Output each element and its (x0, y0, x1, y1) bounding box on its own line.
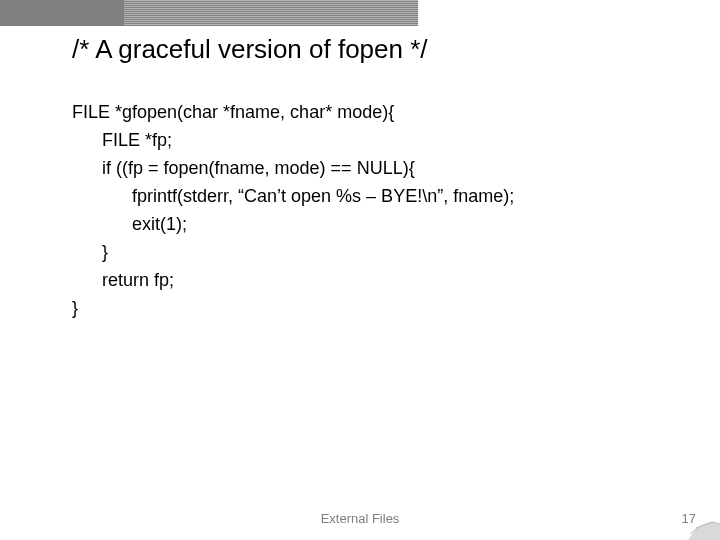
page-number: 17 (682, 511, 696, 526)
code-line: FILE *gfopen(char *fname, char* mode){ (72, 102, 394, 122)
bar-striped-segment (124, 0, 418, 26)
code-line: return fp; (72, 270, 174, 290)
code-line: exit(1); (72, 214, 187, 234)
bar-solid-segment (0, 0, 124, 26)
code-line: } (72, 242, 108, 262)
code-line: fprintf(stderr, “Can’t open %s – BYE!\n”… (72, 186, 514, 206)
slide: /* A graceful version of fopen */ FILE *… (0, 0, 720, 540)
code-block: FILE *gfopen(char *fname, char* mode){ F… (72, 98, 514, 322)
top-decoration-bar (0, 0, 720, 26)
slide-title: /* A graceful version of fopen */ (72, 34, 428, 65)
code-line: FILE *fp; (72, 130, 172, 150)
code-line: } (72, 298, 78, 318)
code-line: if ((fp = fopen(fname, mode) == NULL){ (72, 158, 415, 178)
footer-title: External Files (0, 511, 720, 526)
